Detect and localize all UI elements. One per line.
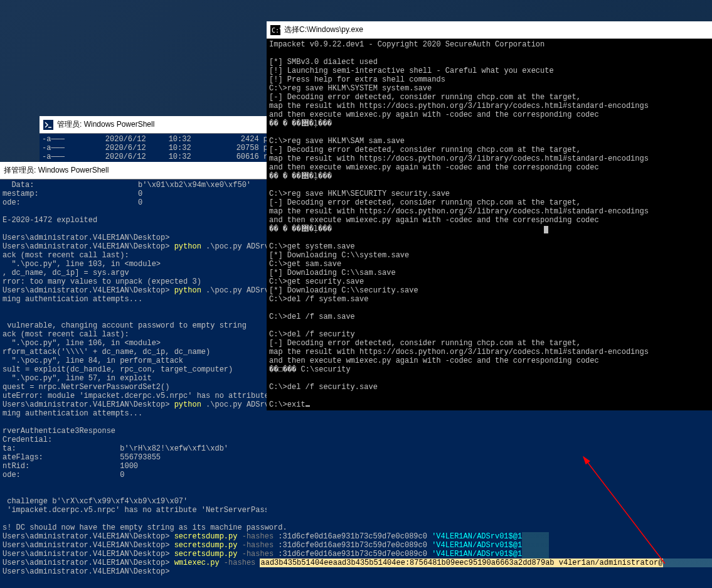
py-exe-window[interactable]: C:\ 选择C:\Windows\py.exe Impacket v0.9.22… (267, 21, 712, 517)
terminal-output[interactable]: -a——— 2020/6/12 10:32 2424 ping -a——— 20… (40, 134, 267, 163)
window-title: 选择C:\Windows\py.exe (284, 24, 363, 35)
window-title: 择管理员: Windows PowerShell (4, 165, 109, 176)
console-icon: C:\ (270, 25, 280, 35)
terminal-output[interactable]: Impacket v0.9.22.dev1 - Copyright 2020 S… (267, 39, 712, 410)
text-cursor (306, 405, 310, 407)
powershell-icon (43, 120, 53, 130)
text-cursor (544, 226, 548, 233)
powershell-window-top[interactable]: 管理员: Windows PowerShell -a——— 2020/6/12 … (40, 116, 267, 163)
window-title: 管理员: Windows PowerShell (57, 119, 154, 130)
title-bar[interactable]: 管理员: Windows PowerShell (40, 116, 267, 134)
svg-text:C:\: C:\ (272, 27, 280, 34)
title-bar[interactable]: C:\ 选择C:\Windows\py.exe (267, 21, 712, 39)
